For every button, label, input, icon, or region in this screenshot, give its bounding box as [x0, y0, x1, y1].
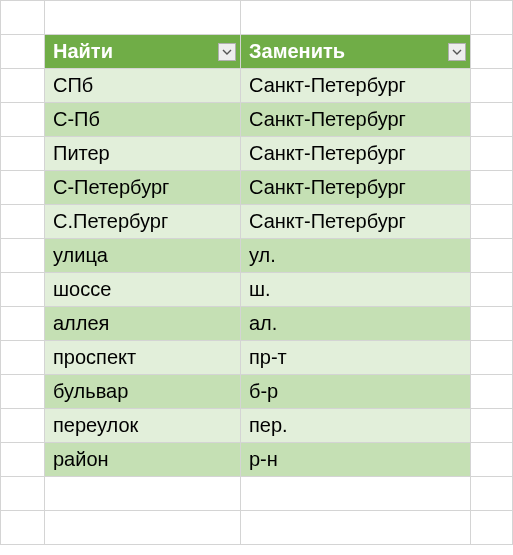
cell[interactable] [1, 239, 45, 273]
spacer-row [1, 477, 513, 511]
cell[interactable] [471, 477, 513, 511]
table-row: С.ПетербургСанкт-Петербург [1, 205, 513, 239]
cell[interactable] [1, 205, 45, 239]
cell-find[interactable]: С.Петербург [45, 205, 241, 239]
cell-replace[interactable]: ал. [241, 307, 471, 341]
cell[interactable] [471, 239, 513, 273]
table-row: бульварб-р [1, 375, 513, 409]
spacer-row [1, 511, 513, 545]
cell-find[interactable]: бульвар [45, 375, 241, 409]
cell-find[interactable]: аллея [45, 307, 241, 341]
cell[interactable] [471, 443, 513, 477]
cell[interactable] [471, 103, 513, 137]
cell-replace[interactable]: Санкт-Петербург [241, 171, 471, 205]
header-replace-label: Заменить [249, 40, 345, 62]
table-row: районр-н [1, 443, 513, 477]
cell-replace[interactable]: Санкт-Петербург [241, 205, 471, 239]
cell[interactable] [45, 1, 241, 35]
cell[interactable] [1, 511, 45, 545]
table-row: переулокпер. [1, 409, 513, 443]
cell-replace[interactable]: пер. [241, 409, 471, 443]
cell-find[interactable]: С-Пб [45, 103, 241, 137]
cell[interactable] [471, 137, 513, 171]
cell[interactable] [45, 511, 241, 545]
cell-find[interactable]: Питер [45, 137, 241, 171]
table-row: проспектпр-т [1, 341, 513, 375]
cell-replace[interactable]: ш. [241, 273, 471, 307]
cell-replace[interactable]: пр-т [241, 341, 471, 375]
filter-button-find[interactable] [218, 43, 236, 61]
chevron-down-icon [222, 47, 232, 57]
cell[interactable] [471, 375, 513, 409]
cell[interactable] [1, 103, 45, 137]
header-replace[interactable]: Заменить [241, 35, 471, 69]
filter-button-replace[interactable] [448, 43, 466, 61]
chevron-down-icon [452, 47, 462, 57]
cell[interactable] [1, 375, 45, 409]
cell[interactable] [1, 171, 45, 205]
cell-find[interactable]: проспект [45, 341, 241, 375]
cell[interactable] [1, 69, 45, 103]
cell[interactable] [1, 341, 45, 375]
header-find[interactable]: Найти [45, 35, 241, 69]
cell[interactable] [471, 511, 513, 545]
cell-replace[interactable]: Санкт-Петербург [241, 69, 471, 103]
cell[interactable] [471, 35, 513, 69]
cell-replace[interactable]: Санкт-Петербург [241, 137, 471, 171]
cell[interactable] [1, 443, 45, 477]
cell[interactable] [1, 273, 45, 307]
cell[interactable] [1, 137, 45, 171]
cell[interactable] [45, 477, 241, 511]
table-row: улицаул. [1, 239, 513, 273]
cell[interactable] [1, 409, 45, 443]
cell[interactable] [1, 1, 45, 35]
cell-find[interactable]: С-Петербург [45, 171, 241, 205]
cell[interactable] [471, 273, 513, 307]
header-row: Найти Заменить [1, 35, 513, 69]
cell-replace[interactable]: ул. [241, 239, 471, 273]
cell[interactable] [471, 205, 513, 239]
cell-find[interactable]: СПб [45, 69, 241, 103]
cell[interactable] [471, 1, 513, 35]
cell[interactable] [241, 511, 471, 545]
cell[interactable] [241, 1, 471, 35]
table-row: С-ПетербургСанкт-Петербург [1, 171, 513, 205]
cell[interactable] [471, 409, 513, 443]
cell[interactable] [471, 341, 513, 375]
table-row: ПитерСанкт-Петербург [1, 137, 513, 171]
cell-find[interactable]: улица [45, 239, 241, 273]
cell[interactable] [241, 477, 471, 511]
cell[interactable] [1, 477, 45, 511]
cell-replace[interactable]: Санкт-Петербург [241, 103, 471, 137]
cell-find[interactable]: шоссе [45, 273, 241, 307]
cell-find[interactable]: переулок [45, 409, 241, 443]
table-row: аллеяал. [1, 307, 513, 341]
spreadsheet-grid[interactable]: Найти Заменить СПбСанкт-ПетербургС-ПбСан… [0, 0, 513, 545]
header-find-label: Найти [53, 40, 113, 62]
cell-find[interactable]: район [45, 443, 241, 477]
table-row: шоссеш. [1, 273, 513, 307]
table-row: СПбСанкт-Петербург [1, 69, 513, 103]
table-row: С-ПбСанкт-Петербург [1, 103, 513, 137]
cell-replace[interactable]: б-р [241, 375, 471, 409]
cell[interactable] [471, 307, 513, 341]
cell[interactable] [471, 69, 513, 103]
spacer-row [1, 1, 513, 35]
cell[interactable] [1, 35, 45, 69]
cell[interactable] [471, 171, 513, 205]
cell[interactable] [1, 307, 45, 341]
cell-replace[interactable]: р-н [241, 443, 471, 477]
